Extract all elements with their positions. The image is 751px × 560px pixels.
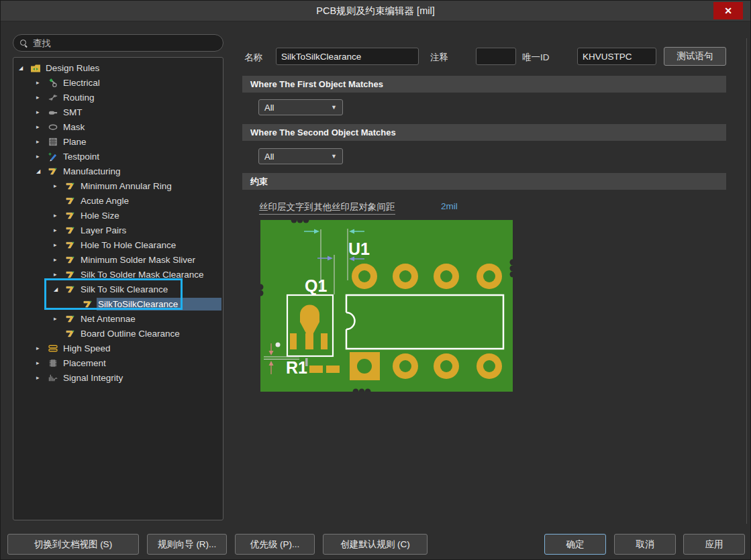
unique-id-input[interactable]	[577, 48, 656, 65]
tree-item-routing[interactable]: ▸Routing	[13, 90, 223, 105]
second-match-dropdown[interactable]: All ▼	[258, 148, 343, 164]
search-box[interactable]	[13, 34, 223, 52]
tree-item-acute-angle[interactable]: Acute Angle	[13, 193, 223, 208]
expand-arrow-icon[interactable]: ▸	[54, 182, 65, 189]
tree-item-design-rules[interactable]: ◢Design Rules	[13, 60, 223, 75]
mfg-icon	[65, 196, 76, 206]
comment-label: 注释	[430, 52, 448, 64]
tree-item-minimum-annular-ring[interactable]: ▸Minimum Annular Ring	[13, 178, 223, 193]
tree-item-label: Net Antennae	[79, 313, 138, 325]
mfg-icon	[65, 240, 76, 250]
expand-arrow-icon[interactable]: ▸	[36, 94, 48, 101]
tree-item-label: Testpoint	[62, 150, 102, 163]
comment-input[interactable]	[476, 48, 516, 65]
tree-item-label: Silk To Solder Mask Clearance	[79, 268, 207, 281]
cancel-button[interactable]: 取消	[614, 534, 676, 555]
first-object-matches-header: Where The First Object Matches	[242, 76, 726, 93]
silk-clearance-value[interactable]: 2mil	[441, 201, 458, 211]
test-queries-button[interactable]: 测试语句	[664, 47, 726, 66]
mfg-icon	[65, 314, 76, 324]
close-button[interactable]: ✕	[713, 2, 743, 19]
tree-item-hole-size[interactable]: ▸Hole Size	[13, 208, 223, 223]
tree-item-label: Mask	[62, 121, 87, 133]
expand-arrow-icon[interactable]: ▸	[36, 79, 48, 86]
expand-arrow-icon[interactable]: ▸	[36, 374, 48, 381]
chevron-down-icon: ▼	[331, 104, 337, 111]
expand-arrow-icon[interactable]: ◢	[54, 286, 65, 292]
tree-item-layer-pairs[interactable]: ▸Layer Pairs	[13, 223, 223, 237]
name-label: 名称	[244, 52, 262, 64]
tree-item-label: Minimum Solder Mask Sliver	[79, 254, 198, 266]
ok-label: 确定	[566, 539, 585, 551]
tree-item-label: SilkToSilkClearance	[97, 298, 221, 311]
tree-item-minimum-solder-mask-sliver[interactable]: ▸Minimum Solder Mask Sliver	[13, 252, 223, 267]
mfg-icon	[65, 284, 76, 294]
tree-item-label: Design Rules	[44, 62, 102, 74]
plane-icon	[48, 137, 58, 147]
mask-icon	[48, 122, 58, 132]
mfg-icon	[83, 299, 93, 309]
expand-arrow-icon[interactable]: ▸	[36, 138, 48, 145]
q1-label: Q1	[305, 276, 327, 295]
tree-item-hole-to-hole-clearance[interactable]: ▸Hole To Hole Clearance	[13, 237, 223, 252]
tree-item-testpoint[interactable]: ▸Testpoint	[13, 149, 223, 164]
expand-arrow-icon[interactable]: ▸	[54, 212, 65, 219]
expand-arrow-icon[interactable]: ▸	[54, 271, 65, 278]
tree-item-mask[interactable]: ▸Mask	[13, 119, 223, 134]
tree-item-placement[interactable]: ▸Placement	[13, 355, 223, 370]
tree-item-label: Signal Integrity	[62, 372, 126, 384]
name-input[interactable]	[276, 48, 419, 65]
constraints-header: 约束	[242, 173, 726, 190]
expand-arrow-icon[interactable]: ◢	[36, 168, 48, 174]
tree-item-label: Silk To Silk Clearance	[79, 283, 170, 296]
tree-item-net-antennae[interactable]: ▸Net Antennae	[13, 311, 223, 326]
tree-item-manufacturing[interactable]: ◢Manufacturing	[13, 164, 223, 178]
tree-item-label: Minimum Annular Ring	[79, 180, 174, 192]
tree-item-label: High Speed	[62, 342, 113, 355]
tree-item-silk-to-solder-mask-clearance[interactable]: ▸Silk To Solder Mask Clearance	[13, 267, 223, 282]
expand-arrow-icon[interactable]: ▸	[36, 345, 48, 351]
search-icon	[20, 40, 28, 47]
ok-button[interactable]: 确定	[544, 534, 606, 555]
rule-wizard-button[interactable]: 规则向导 (R)...	[147, 534, 227, 555]
expand-arrow-icon[interactable]: ▸	[36, 153, 48, 160]
expand-arrow-icon[interactable]: ▸	[54, 227, 65, 233]
create-default-rules-button[interactable]: 创建默认规则 (C)	[323, 534, 428, 555]
expand-arrow-icon[interactable]: ▸	[54, 256, 65, 263]
tree-item-label: Board Outline Clearance	[79, 327, 183, 340]
mfg-icon	[65, 255, 76, 265]
tree-item-plane[interactable]: ▸Plane	[13, 134, 223, 149]
tree-item-label: Acute Angle	[79, 194, 132, 207]
tree-item-silktosilkclearance[interactable]: SilkToSilkClearance	[13, 296, 223, 311]
unique-id-label: 唯一ID	[522, 52, 550, 64]
tree-item-smt[interactable]: ▸SMT	[13, 105, 223, 119]
tree-item-silk-to-silk-clearance[interactable]: ◢Silk To Silk Clearance	[13, 282, 223, 296]
tree-item-label: Hole Size	[79, 209, 122, 222]
signal-icon	[48, 373, 58, 383]
tree-item-high-speed[interactable]: ▸High Speed	[13, 341, 223, 355]
smt-icon	[48, 107, 58, 117]
apply-button[interactable]: 应用	[683, 534, 745, 555]
expand-arrow-icon[interactable]: ▸	[36, 123, 48, 130]
expand-arrow-icon[interactable]: ▸	[36, 359, 48, 366]
expand-arrow-icon[interactable]: ▸	[54, 315, 65, 322]
dialog-title: PCB规则及约束编辑器 [mil]	[1, 5, 750, 17]
expand-arrow-icon[interactable]: ▸	[54, 241, 65, 248]
priorities-button[interactable]: 优先级 (P)...	[235, 534, 315, 555]
tree-item-electrical[interactable]: ▸Electrical	[13, 75, 223, 90]
switch-to-document-view-button[interactable]: 切换到文档视图 (S)	[7, 534, 139, 555]
tree-item-board-outline-clearance[interactable]: Board Outline Clearance	[13, 326, 223, 341]
right-panel-edge	[746, 38, 747, 524]
testpoint-icon	[48, 152, 58, 162]
tree-item-signal-integrity[interactable]: ▸Signal Integrity	[13, 370, 223, 385]
mfg-icon	[65, 181, 76, 191]
r1-label: R1	[286, 358, 307, 377]
mfg-icon	[65, 225, 76, 235]
priorities-label: 优先级 (P)...	[250, 539, 300, 551]
create-default-label: 创建默认规则 (C)	[340, 539, 410, 551]
close-icon: ✕	[724, 5, 732, 16]
expand-arrow-icon[interactable]: ◢	[19, 65, 30, 71]
first-match-dropdown[interactable]: All ▼	[258, 99, 343, 115]
expand-arrow-icon[interactable]: ▸	[36, 109, 48, 115]
search-input[interactable]	[33, 38, 216, 48]
